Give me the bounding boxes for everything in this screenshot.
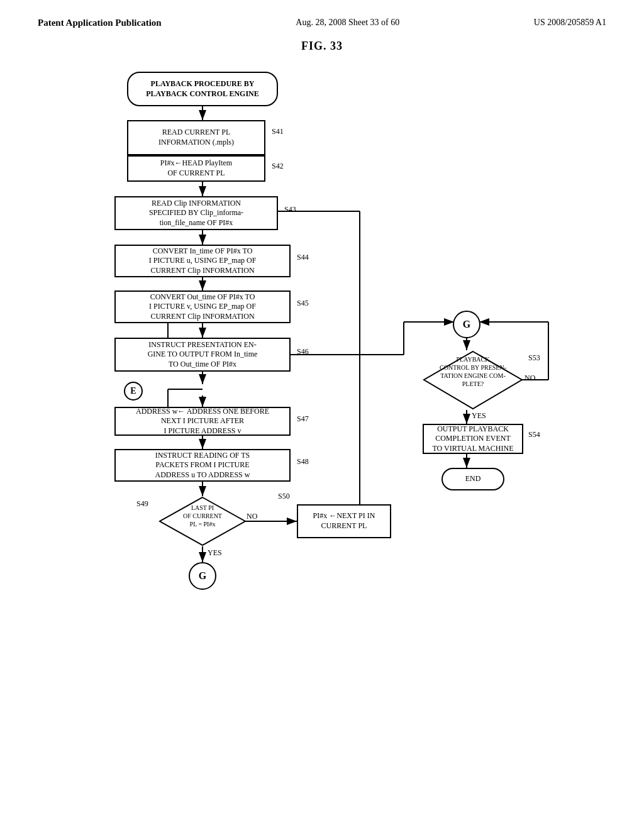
header-right: US 2008/205859 A1	[534, 18, 606, 28]
s47-box: ADDRESS w← ADDRESS ONE BEFORE NEXT I PIC…	[114, 407, 291, 436]
header-left: Patent Application Publication	[38, 18, 162, 28]
s54-box: OUTPUT PLAYBACK COMPLETION EVENT TO VIRT…	[423, 424, 523, 454]
s49-label: S49	[136, 499, 148, 509]
no-label-s53: NO	[525, 374, 535, 383]
s45-label: S45	[297, 299, 309, 308]
s53-label: S53	[528, 353, 540, 363]
s50-label: S50	[278, 492, 290, 501]
s53-diamond: PLAYBACKCONTROL BY PRESEN-TATION ENGINE …	[423, 350, 523, 410]
s46-box: INSTRUCT PRESENTATION EN- GINE TO OUTPUT…	[114, 338, 291, 372]
s44-label: S44	[297, 253, 309, 262]
s49-diamond: LAST PIOF CURRENTPL = PI#x	[158, 496, 247, 546]
s47-label: S47	[297, 414, 309, 424]
yes-label-s53: YES	[472, 411, 486, 421]
connector-g-top: G	[453, 311, 480, 338]
s41-box: READ CURRENT PL INFORMATION (.mpls)	[127, 120, 265, 155]
s54-label: S54	[528, 430, 540, 440]
diagram-container: PLAYBACK PROCEDURE BY PLAYBACK CONTROL E…	[52, 59, 592, 782]
s43-label: S43	[284, 205, 296, 214]
no-label-s49: NO	[247, 512, 257, 521]
s43-box: READ Clip INFORMATION SPECIFIED BY Clip_…	[114, 196, 278, 230]
fig-title: FIG. 33	[0, 40, 644, 53]
s48-box: INSTRUCT READING OF TS PACKETS FROM I PI…	[114, 449, 291, 482]
start-box: PLAYBACK PROCEDURE BY PLAYBACK CONTROL E…	[127, 72, 278, 106]
connector-e: E	[124, 382, 143, 401]
page-header: Patent Application Publication Aug. 28, …	[0, 0, 644, 28]
s41-label: S41	[272, 127, 284, 136]
s44-box: CONVERT In_time OF PI#x TO I PICTURE u, …	[114, 245, 291, 277]
s46-label: S46	[297, 347, 309, 357]
s45-box: CONVERT Out_time OF PI#x TO I PICTURE v,…	[114, 290, 291, 323]
yes-label-s49: YES	[208, 548, 222, 558]
s48-label: S48	[297, 457, 309, 467]
connector-g-bottom: G	[189, 562, 216, 590]
s42-label: S42	[272, 162, 284, 171]
header-center: Aug. 28, 2008 Sheet 33 of 60	[296, 18, 399, 28]
s42-box: PI#x←HEAD PlayItem OF CURRENT PL	[127, 155, 265, 182]
s50-box: PI#x ←NEXT PI IN CURRENT PL	[297, 504, 391, 538]
end-box: END	[441, 468, 504, 490]
